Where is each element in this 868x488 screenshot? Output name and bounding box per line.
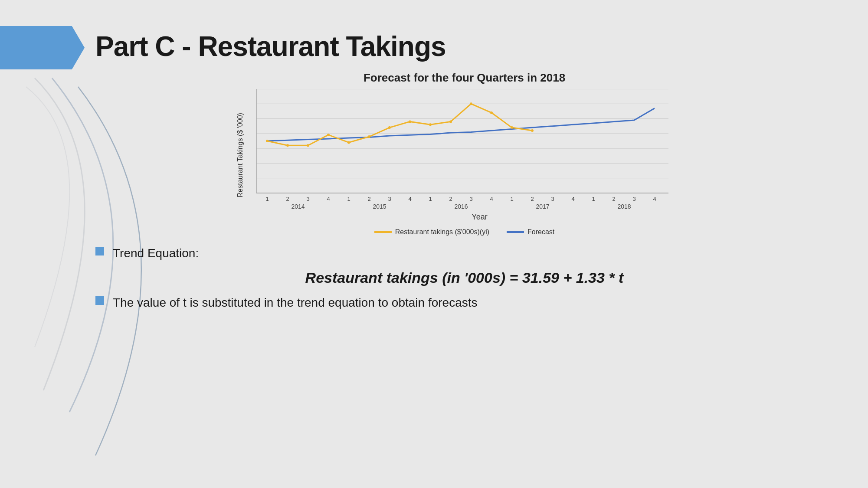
svg-point-28 [470,102,472,105]
svg-text:4: 4 [490,196,493,202]
svg-text:2: 2 [286,196,289,202]
svg-text:4: 4 [653,196,656,202]
chart-title: Forecast for the four Quarters in 2018 [364,71,565,85]
svg-point-19 [286,144,289,147]
svg-text:2: 2 [449,196,452,202]
svg-text:1: 1 [347,196,350,202]
bullet-trend-equation: Trend Equation: [95,245,833,262]
svg-point-27 [449,120,452,123]
svg-point-25 [409,120,411,123]
svg-text:4: 4 [408,196,411,202]
svg-text:2016: 2016 [454,203,468,210]
svg-text:3: 3 [388,196,391,202]
svg-text:2017: 2017 [536,203,549,210]
svg-point-22 [347,141,350,144]
bullet-square-icon [95,247,104,255]
legend-actual-label: Restaurant takings ($'000s)(yi) [395,228,489,236]
svg-text:2: 2 [531,196,534,202]
legend-actual-line-icon [374,230,392,234]
x-axis-title: Year [256,213,703,222]
bullets-section: Trend Equation: Restaurant takings (in '… [95,245,833,311]
svg-text:4: 4 [327,196,330,202]
svg-point-26 [429,123,432,126]
bullet-note-square-icon [95,296,104,305]
svg-text:2: 2 [367,196,370,202]
svg-text:1: 1 [510,196,513,202]
bullet-note-text: The value of t is substituted in the tre… [113,294,478,311]
chart-legend: Restaurant takings ($'000s)(yi) Forecast [374,228,555,236]
legend-actual: Restaurant takings ($'000s)(yi) [374,228,489,236]
svg-text:3: 3 [469,196,472,202]
svg-text:2014: 2014 [291,203,305,210]
svg-point-24 [388,126,391,129]
svg-text:1: 1 [592,196,595,202]
svg-point-23 [368,135,370,138]
svg-text:1: 1 [429,196,432,202]
equation-display: Restaurant takings (in '000s) = 31.59 + … [95,269,833,286]
svg-text:4: 4 [571,196,574,202]
legend-forecast-label: Forecast [527,228,554,236]
svg-point-29 [490,111,493,114]
chart-section: Forecast for the four Quarters in 2018 R… [95,71,833,236]
svg-point-20 [307,144,309,147]
svg-text:1: 1 [265,196,269,202]
slide-title: Part C - Restaurant Takings [95,30,833,62]
svg-text:3: 3 [551,196,554,202]
svg-text:3: 3 [306,196,309,202]
svg-text:2015: 2015 [373,203,386,210]
bullet-trend-label: Trend Equation: [113,245,199,262]
svg-text:3: 3 [632,196,635,202]
svg-text:2: 2 [612,196,615,202]
svg-point-18 [266,140,269,142]
y-axis-label: Restaurant Takings ($ '000) [226,89,252,222]
svg-text:2018: 2018 [617,203,631,210]
svg-point-21 [327,134,330,136]
svg-point-30 [511,126,513,129]
legend-forecast-line-icon [507,230,524,234]
chart-svg: $- $10.00 $20.00 $30.00 $40.00 $50.00 $6… [256,89,690,210]
legend-forecast: Forecast [507,228,554,236]
svg-point-31 [531,129,534,132]
bullet-note: The value of t is substituted in the tre… [95,294,833,311]
